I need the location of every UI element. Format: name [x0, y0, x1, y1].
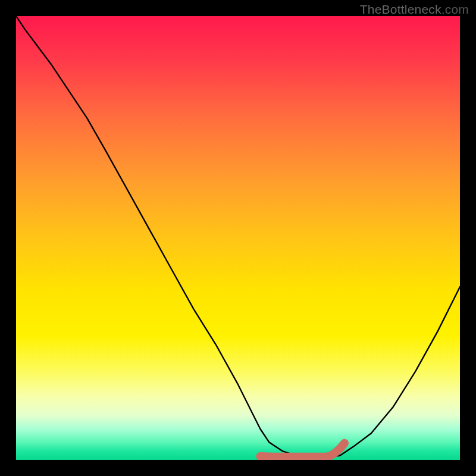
watermark-text: TheBottleneck.com: [360, 2, 469, 17]
optimal-range-highlight: [260, 443, 345, 457]
plot-area: [16, 16, 460, 460]
watermark-prefix: TheBottleneck: [360, 2, 441, 16]
watermark-suffix: .com: [441, 2, 469, 16]
bottleneck-curve: [16, 16, 460, 458]
curve-svg: [16, 16, 460, 460]
chart-frame: TheBottleneck.com: [0, 0, 476, 476]
